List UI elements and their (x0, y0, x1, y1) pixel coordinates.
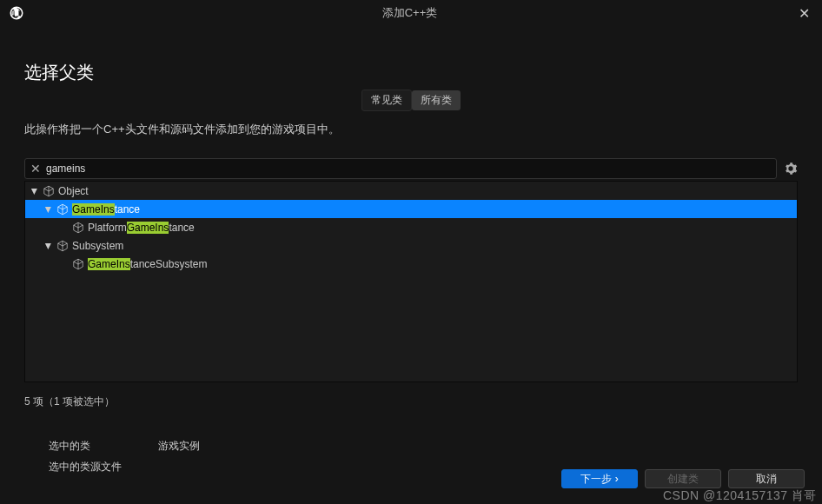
expand-arrow-icon[interactable]: ▶ (30, 187, 39, 196)
tree-item[interactable]: ▶Object (25, 182, 797, 200)
window-title: 添加C++类 (24, 5, 795, 21)
class-cube-icon (43, 185, 55, 197)
tree-item-label: GameInstanceSubsystem (88, 258, 207, 270)
tree-item[interactable]: ▶GameInstanceSubsystem (25, 255, 797, 273)
search-input[interactable] (46, 162, 771, 175)
tab-common-classes[interactable]: 常见类 (361, 90, 412, 111)
next-button[interactable]: 下一步 › (561, 469, 638, 488)
tree-item[interactable]: ▶PlatformGameInstance (25, 218, 797, 236)
tree-item-label: GameInstance (72, 203, 140, 216)
class-cube-icon (72, 222, 84, 234)
tree-item[interactable]: ▶Subsystem (25, 236, 797, 255)
selected-class-label: 选中的类 (49, 435, 127, 456)
selected-class-value: 游戏实例 (158, 435, 200, 456)
expand-arrow-icon[interactable]: ▶ (44, 205, 53, 214)
page-description: 此操作将把一个C++头文件和源码文件添加到您的游戏项目中。 (24, 122, 798, 137)
close-icon[interactable]: ✕ (795, 5, 813, 22)
ue-logo-icon (9, 5, 24, 21)
selection-status: 5 项（1 项被选中） (24, 395, 798, 409)
class-cube-icon (56, 203, 69, 216)
create-class-button[interactable]: 创建类 (645, 469, 721, 488)
class-type-tabs: 常见类所有类 (24, 90, 798, 111)
tree-item[interactable]: ▶GameInstance (25, 200, 797, 218)
page-heading: 选择父类 (24, 61, 798, 84)
selected-source-label: 选中的类源文件 (49, 456, 127, 477)
footer-buttons: 下一步 › 创建类 取消 (561, 469, 805, 488)
tree-item-label: Subsystem (72, 240, 123, 252)
tree-item-label: PlatformGameInstance (88, 222, 195, 234)
tree-item-label: Object (58, 185, 89, 197)
class-cube-icon (72, 258, 84, 270)
watermark: CSDN @1204157137 肖哥 (663, 488, 817, 504)
titlebar: 添加C++类 ✕ (0, 0, 822, 26)
class-cube-icon (56, 240, 69, 252)
class-tree[interactable]: ▶Object▶GameInstance▶PlatformGameInstanc… (24, 181, 798, 382)
search-box[interactable]: ✕ (24, 158, 777, 179)
expand-arrow-icon[interactable]: ▶ (44, 242, 53, 250)
clear-search-icon[interactable]: ✕ (30, 162, 41, 176)
tab-all-classes[interactable]: 所有类 (412, 90, 461, 110)
cancel-button[interactable]: 取消 (728, 469, 805, 488)
gear-icon[interactable] (784, 162, 798, 176)
